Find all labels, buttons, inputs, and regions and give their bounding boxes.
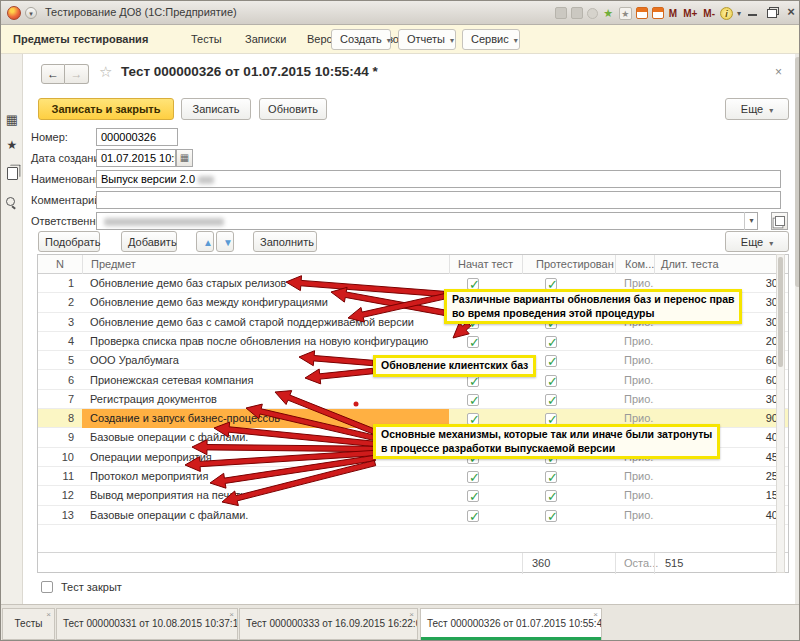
duration-cell[interactable]: 30 (654, 390, 788, 409)
create-menu-button[interactable]: Создать▾ (331, 29, 391, 50)
started-cell[interactable] (449, 390, 522, 409)
comment-cell[interactable]: Прио... (615, 332, 654, 351)
row-number-cell[interactable]: 2 (38, 293, 78, 312)
bottom-tab[interactable]: Тест 000000333 от 16.09.2015 16:22:02 *× (239, 608, 418, 640)
scrollbar-thumb[interactable] (778, 257, 783, 367)
table-row[interactable]: 11Протокол мероприятияПрио...25 (38, 467, 788, 486)
table-scrollbar[interactable] (776, 254, 785, 573)
back-button[interactable] (41, 64, 65, 84)
section-notes[interactable]: Записки (245, 25, 286, 54)
tested-checkbox[interactable] (545, 394, 557, 406)
tested-checkbox[interactable] (545, 375, 557, 387)
started-cell[interactable] (449, 506, 522, 525)
table-row[interactable]: 13Базовые операции с файлами.Прио...40 (38, 506, 788, 525)
subject-cell[interactable]: Обновление демо баз с самой старой подде… (82, 313, 449, 332)
create-date-field[interactable]: 01.07.2015 10:55:44 (96, 149, 176, 167)
info-icon[interactable]: i (720, 7, 733, 20)
responsible-field[interactable] (96, 212, 758, 230)
number-field[interactable]: 000000326 (96, 128, 178, 146)
tested-checkbox[interactable] (545, 355, 557, 367)
started-checkbox[interactable] (467, 490, 479, 502)
bottom-tab[interactable]: Тест 000000331 от 10.08.2015 10:37:15 *× (56, 608, 238, 640)
started-cell[interactable] (449, 486, 522, 505)
tested-checkbox[interactable] (545, 490, 557, 502)
restore-button[interactable] (766, 6, 778, 18)
tab-close-icon[interactable]: × (409, 610, 414, 619)
row-number-cell[interactable]: 6 (38, 371, 78, 390)
move-up-button[interactable] (196, 231, 214, 252)
subject-cell[interactable]: Протокол мероприятия (82, 467, 449, 486)
duration-cell[interactable]: 40 (654, 506, 788, 525)
info-caret-icon[interactable]: ▾ (737, 9, 741, 18)
add-button[interactable]: Добавить (121, 231, 177, 252)
row-number-cell[interactable]: 7 (38, 390, 78, 409)
started-checkbox[interactable] (467, 394, 479, 406)
minimize-button[interactable] (747, 6, 759, 18)
preview-icon[interactable] (587, 8, 598, 19)
more-button-top[interactable]: Еще▾ (725, 98, 789, 120)
service-menu-button[interactable]: Сервис▾ (462, 29, 520, 50)
row-number-cell[interactable]: 3 (38, 313, 78, 332)
duration-cell[interactable]: 20 (654, 332, 788, 351)
bottom-tab[interactable]: Тест 000000326 от 01.07.2015 10:55:44 *× (420, 608, 602, 640)
section-tests[interactable]: Тесты (191, 25, 222, 54)
window-scrollbar-thumb[interactable] (795, 57, 800, 287)
subject-cell[interactable]: Обновление демо баз старых релизов (82, 274, 449, 293)
print-icon[interactable] (571, 7, 583, 19)
row-number-cell[interactable]: 11 (38, 467, 78, 486)
forward-button[interactable] (65, 64, 89, 84)
comment-cell[interactable]: Прио... (615, 467, 654, 486)
subject-cell[interactable]: Базовые операции с файлами. (82, 506, 449, 525)
favorite-star-icon[interactable] (99, 63, 112, 81)
zoom-in-button[interactable]: М+ (682, 8, 698, 19)
name-field[interactable]: Выпуск версии 2.0 (96, 170, 781, 188)
fill-button[interactable]: Заполнить (253, 231, 317, 252)
subject-cell[interactable]: Вывод мероприятия на печать (82, 486, 449, 505)
subject-cell[interactable]: Проверка списка прав после обновления на… (82, 332, 449, 351)
tested-cell[interactable] (522, 506, 615, 525)
row-number-cell[interactable]: 10 (38, 448, 78, 467)
zoom-out-button[interactable]: М- (702, 8, 716, 19)
tab-close-icon[interactable]: × (593, 610, 598, 619)
row-number-cell[interactable]: 13 (38, 506, 78, 525)
test-closed-checkbox[interactable] (41, 581, 53, 593)
tested-cell[interactable] (522, 486, 615, 505)
window-scrollbar[interactable] (795, 54, 800, 604)
comment-cell[interactable]: Прио... (615, 486, 654, 505)
refresh-button[interactable]: Обновить (259, 98, 327, 120)
responsible-dropdown-icon[interactable]: ▾ (744, 212, 758, 230)
favorites-icon[interactable]: ★ (619, 7, 632, 20)
row-number-cell[interactable]: 5 (38, 351, 78, 370)
tested-cell[interactable] (522, 390, 615, 409)
table-row[interactable]: 4Проверка списка прав после обновления н… (38, 332, 788, 351)
started-checkbox[interactable] (467, 471, 479, 483)
started-cell[interactable] (449, 332, 522, 351)
bottom-tab[interactable]: Тесты× (2, 608, 55, 640)
add-favorite-icon[interactable]: ★ (602, 7, 615, 20)
comment-cell[interactable]: Прио... (615, 506, 654, 525)
duration-cell[interactable]: 60 (654, 371, 788, 390)
main-menu-grid-icon[interactable]: ▦ (1, 112, 23, 127)
more-button-grid[interactable]: Еще▾ (725, 231, 789, 252)
row-number-cell[interactable]: 12 (38, 486, 78, 505)
comment-field[interactable] (96, 191, 781, 209)
main-menu-icon[interactable]: ▾ (25, 7, 37, 19)
save-button[interactable]: Записать (181, 98, 251, 120)
zoom-normal-button[interactable]: М (668, 8, 678, 19)
subject-cell[interactable]: Регистрация документов (82, 390, 449, 409)
reports-menu-button[interactable]: Отчеты▾ (398, 29, 456, 50)
app-icon[interactable] (7, 6, 21, 20)
comment-cell[interactable]: Прио... (615, 390, 654, 409)
started-checkbox[interactable] (467, 510, 479, 522)
section-test-subjects[interactable]: Предметы тестирования (13, 25, 148, 54)
tested-checkbox[interactable] (545, 471, 557, 483)
close-form-icon[interactable] (775, 65, 782, 79)
started-cell[interactable] (449, 467, 522, 486)
pick-button[interactable]: Подобрать (38, 231, 100, 252)
row-number-cell[interactable]: 9 (38, 428, 78, 447)
close-window-button[interactable]: × (785, 6, 797, 18)
favorites-star-icon[interactable]: ★ (1, 138, 23, 152)
history-icon[interactable] (1, 166, 23, 184)
row-number-cell[interactable]: 4 (38, 332, 78, 351)
duration-cell[interactable]: 15 (654, 486, 788, 505)
